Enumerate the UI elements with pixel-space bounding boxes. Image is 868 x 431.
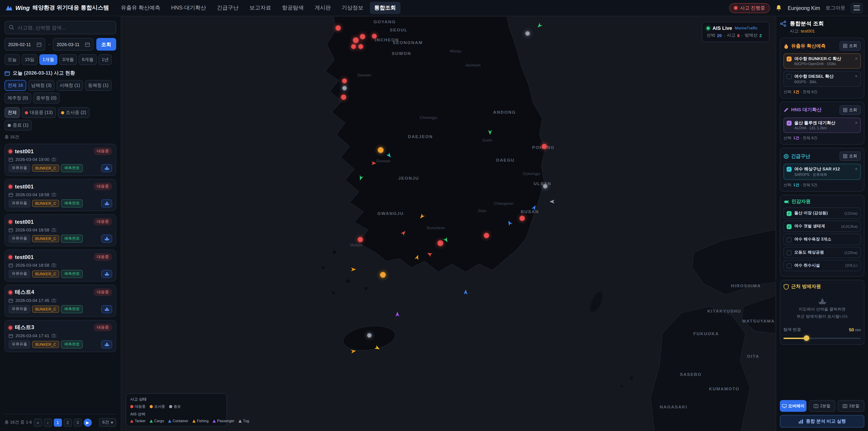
incident-card[interactable]: test001대응중2026-03-04 19:00유류유출BUNKER_C예측… bbox=[4, 144, 116, 176]
incident-marker[interactable] bbox=[380, 272, 386, 278]
incident-marker[interactable] bbox=[519, 215, 525, 221]
nav-item[interactable]: HNS·대기확산 bbox=[166, 2, 211, 14]
incident-marker[interactable] bbox=[367, 333, 372, 338]
checkbox[interactable] bbox=[786, 57, 792, 61]
incident-marker[interactable] bbox=[351, 44, 356, 49]
date-query-button[interactable]: 조회 bbox=[96, 38, 116, 51]
remove-button[interactable]: × bbox=[855, 166, 858, 171]
hns-scenario-item[interactable]: 울산 톨루엔 대기확산ALOHA · LEL 1.2km× bbox=[783, 117, 861, 133]
incident-card[interactable]: test001대응중2026-03-04 18:58유류유출BUNKER_C예측… bbox=[4, 179, 116, 211]
checkbox[interactable] bbox=[786, 264, 792, 269]
range-chip[interactable]: 15일 bbox=[22, 54, 37, 65]
incident-marker[interactable] bbox=[341, 94, 346, 100]
nav-item[interactable]: 긴급구난 bbox=[213, 2, 243, 14]
incident-marker[interactable] bbox=[360, 34, 366, 39]
range-chip[interactable]: 6개월 bbox=[79, 54, 97, 65]
nav-item[interactable]: 기상정보 bbox=[337, 2, 368, 14]
view-mode-button[interactable]: 오버레이 bbox=[780, 400, 807, 412]
rescue-query-button[interactable]: 조회 bbox=[839, 151, 861, 161]
region-chip[interactable]: 전체 16 bbox=[4, 80, 26, 91]
incident-marker[interactable] bbox=[541, 144, 547, 149]
incident-marker[interactable] bbox=[335, 25, 341, 31]
status-chip[interactable]: 종료 (1) bbox=[4, 120, 32, 131]
prev-page-button[interactable]: ‹ bbox=[43, 418, 52, 427]
incident-marker[interactable] bbox=[358, 237, 363, 243]
status-chip[interactable]: 전체 bbox=[4, 107, 20, 118]
view-mode-button[interactable]: 3분할 bbox=[838, 400, 864, 412]
notifications-bell-icon[interactable] bbox=[776, 4, 782, 11]
range-chip[interactable]: 오늘 bbox=[4, 54, 20, 65]
nav-item[interactable]: 항공탐색 bbox=[278, 2, 308, 14]
range-chip[interactable]: 1년 bbox=[98, 54, 112, 65]
view-mode-button[interactable]: 2분할 bbox=[809, 400, 835, 412]
slider-knob[interactable] bbox=[804, 336, 809, 341]
incident-marker[interactable] bbox=[377, 147, 384, 153]
sensitive-resource-item[interactable]: 여수 취수시설(3개소) bbox=[783, 260, 861, 271]
date-from-input[interactable]: 2026-02-11 bbox=[4, 38, 45, 51]
remove-button[interactable]: × bbox=[855, 120, 858, 125]
rescue-scenario-item[interactable]: 여수 해상구난 SAR #12SAROPS · 표류예측× bbox=[783, 164, 861, 180]
incident-marker[interactable] bbox=[342, 78, 347, 84]
run-analysis-button[interactable]: 통합 분석 비교 실행 bbox=[780, 415, 864, 428]
status-chip[interactable]: 조사중 (2) bbox=[58, 107, 89, 118]
logout-button[interactable]: 로그아웃 bbox=[826, 4, 845, 11]
remove-button[interactable]: × bbox=[855, 56, 858, 61]
incident-detail-button[interactable] bbox=[101, 164, 112, 172]
incident-detail-button[interactable] bbox=[101, 305, 112, 313]
checkbox[interactable] bbox=[786, 237, 792, 242]
oil-scenario-item[interactable]: 여수항 DIESEL 확산60GPS · 30kL× bbox=[783, 71, 861, 87]
nav-item[interactable]: 유출유 확산예측 bbox=[116, 2, 165, 14]
checkbox[interactable] bbox=[786, 224, 792, 229]
incident-card[interactable]: 테스트3대응중2026-03-04 17:41유류유출BUNKER_C예측완료 bbox=[4, 320, 116, 352]
region-chip[interactable]: 제주청 (0) bbox=[4, 93, 31, 103]
sensitive-resource-item[interactable]: 여수 해수욕장 3개소 bbox=[783, 234, 861, 245]
remove-button[interactable]: × bbox=[855, 74, 858, 79]
incident-detail-button[interactable] bbox=[101, 270, 112, 278]
next-page-button[interactable]: ▶ bbox=[84, 418, 92, 427]
region-chip[interactable]: 남해청 (3) bbox=[28, 80, 55, 91]
checkbox[interactable] bbox=[786, 167, 792, 172]
incident-marker[interactable] bbox=[484, 233, 489, 239]
incident-marker[interactable] bbox=[437, 240, 443, 246]
incident-alert-badge[interactable]: 사고 진행중 bbox=[729, 3, 770, 13]
region-chip[interactable]: 중부청 (0) bbox=[33, 93, 60, 103]
checkbox[interactable] bbox=[786, 120, 792, 125]
status-chip[interactable]: 대응중 (13) bbox=[22, 107, 56, 118]
incident-card[interactable]: 테스트4대응중2026-03-04 17:45유류유출BUNKER_C예측완료 bbox=[4, 285, 116, 317]
incident-marker[interactable] bbox=[543, 184, 548, 189]
incident-marker[interactable] bbox=[372, 33, 377, 39]
incident-detail-button[interactable] bbox=[101, 199, 112, 208]
region-chip[interactable]: 동해청 (1) bbox=[85, 80, 112, 91]
sensitive-resource-item[interactable]: 오동도 해상공원(125ha) bbox=[783, 247, 861, 258]
incident-marker[interactable] bbox=[525, 31, 530, 36]
range-chip[interactable]: 3개월 bbox=[59, 54, 77, 65]
incident-marker[interactable] bbox=[358, 44, 364, 49]
range-chip[interactable]: 1개월 bbox=[39, 54, 57, 65]
incident-detail-button[interactable] bbox=[101, 340, 112, 348]
nav-item[interactable]: 보고자료 bbox=[245, 2, 276, 14]
incident-detail-button[interactable] bbox=[101, 235, 112, 243]
incident-card[interactable]: test001대응중2026-03-04 18:58유류유출BUNKER_C예측… bbox=[4, 214, 116, 246]
checkbox[interactable] bbox=[786, 211, 792, 216]
nav-item[interactable]: 통합조회 bbox=[370, 2, 401, 14]
first-page-button[interactable]: « bbox=[34, 418, 42, 427]
checkbox[interactable] bbox=[786, 74, 792, 79]
incident-marker[interactable] bbox=[342, 86, 347, 91]
incident-card[interactable]: test001대응중2026-03-04 18:58유류유출BUNKER_C예측… bbox=[4, 249, 116, 282]
page-button[interactable]: 2 bbox=[64, 418, 72, 427]
checkbox[interactable] bbox=[786, 250, 792, 255]
nav-item[interactable]: 게시판 bbox=[310, 2, 336, 14]
sensitive-resource-item[interactable]: 여수 갯벌 생태계(4,013ha) bbox=[783, 221, 861, 232]
radius-slider[interactable] bbox=[783, 335, 861, 341]
hns-query-button[interactable]: 조회 bbox=[839, 105, 861, 115]
page-button[interactable]: 1 bbox=[54, 418, 62, 427]
oil-scenario-item[interactable]: 여수항 BUNKER-C 확산60GPS+OpenDrift · 150kL× bbox=[783, 53, 861, 69]
page-button[interactable]: 3 bbox=[73, 418, 82, 427]
search-input[interactable] bbox=[4, 21, 116, 34]
map-area[interactable]: GOYANGSEOULINCHEONSEONGNAMSUWONWonjuJech… bbox=[121, 16, 776, 431]
page-size-select[interactable]: 6건 ▾ bbox=[99, 418, 116, 427]
sensitive-resource-item[interactable]: 돌산 어장 (감성돔)(131ha) bbox=[783, 208, 861, 219]
incident-marker[interactable] bbox=[352, 37, 359, 43]
region-chip[interactable]: 서해청 (1) bbox=[57, 80, 83, 91]
oil-query-button[interactable]: 조회 bbox=[839, 41, 861, 51]
